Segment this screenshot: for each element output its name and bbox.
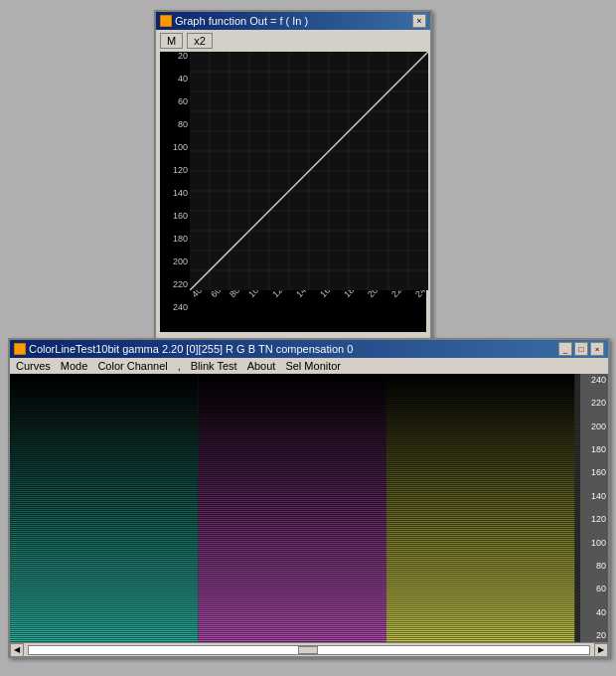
y-label: 20 <box>160 52 190 61</box>
y-label: 160 <box>160 212 190 221</box>
graph-m-button[interactable]: M <box>160 33 183 49</box>
menu-blink-test[interactable]: Blink Test <box>189 360 239 372</box>
scrollbar-thumb[interactable] <box>298 646 318 654</box>
colorline-titlebar: ColorLineTest10bit gamma 2.20 [0][255] R… <box>10 340 608 358</box>
scroll-left-button[interactable]: ◀ <box>10 643 24 657</box>
x-label: 60 <box>209 290 230 306</box>
colorline-maximize-button[interactable]: □ <box>574 342 588 356</box>
colorline-minimize-button[interactable]: _ <box>558 342 572 356</box>
x-label: 220 <box>389 290 414 306</box>
x-label: 200 <box>366 290 390 306</box>
y-label: 40 <box>160 75 190 84</box>
menu-comma: , <box>176 360 183 372</box>
x-label: 240 <box>413 290 428 306</box>
scale-label-100: 100 <box>580 539 608 548</box>
menu-curves[interactable]: Curves <box>14 360 53 372</box>
scale-label-80: 80 <box>580 562 608 571</box>
colorline-close-button[interactable]: × <box>590 342 604 356</box>
y-label: 100 <box>160 143 190 152</box>
graph-grid <box>190 52 428 290</box>
y-label: 60 <box>160 97 190 106</box>
colorline-title-icon <box>14 343 26 355</box>
colorline-window: ColorLineTest10bit gamma 2.20 [0][255] R… <box>8 338 610 658</box>
scroll-right-button[interactable]: ▶ <box>594 643 608 657</box>
scale-label-180: 180 <box>580 445 608 454</box>
y-axis-labels: 240 220 200 180 160 140 120 100 80 60 40… <box>160 52 190 312</box>
graph-x2-button[interactable]: x2 <box>187 33 213 49</box>
y-label: 180 <box>160 235 190 244</box>
x-label: 80 <box>228 290 248 306</box>
scale-label-40: 40 <box>580 608 608 617</box>
right-scale: 20 40 60 80 100 120 140 160 180 200 220 … <box>580 374 608 642</box>
y-label: 200 <box>160 257 190 266</box>
graph-toolbar: M x2 <box>156 30 430 52</box>
graph-svg <box>190 52 428 290</box>
y-label: 240 <box>160 303 190 312</box>
colorline-content: 20 40 60 80 100 120 140 160 180 200 220 … <box>10 374 608 642</box>
scale-label-220: 220 <box>580 399 608 408</box>
scrollbar-track[interactable] <box>28 645 590 655</box>
colorline-menubar: Curves Mode Color Channel , Blink Test A… <box>10 358 608 374</box>
menu-sel-monitor[interactable]: Sel Monitor <box>283 360 343 372</box>
x-label: 180 <box>342 290 367 306</box>
menu-color-channel[interactable]: Color Channel <box>95 360 169 372</box>
scale-label-160: 160 <box>580 468 608 477</box>
scale-label-20: 20 <box>580 631 608 640</box>
x-label: 140 <box>294 290 319 306</box>
scale-label-200: 200 <box>580 422 608 431</box>
x-label: 40 <box>190 290 211 306</box>
scale-label-60: 60 <box>580 585 608 593</box>
x-label: 160 <box>318 290 343 306</box>
graph-titlebar-left: Graph function Out = f ( In ) <box>160 15 308 27</box>
colorline-titlebar-left: ColorLineTest10bit gamma 2.20 [0][255] R… <box>14 343 353 355</box>
scale-label-120: 120 <box>580 515 608 524</box>
x-label: 120 <box>270 290 295 306</box>
graph-canvas-area: 240 220 200 180 160 140 120 100 80 60 40… <box>160 52 426 332</box>
graph-titlebar: Graph function Out = f ( In ) × <box>156 12 430 30</box>
y-label: 120 <box>160 166 190 175</box>
y-label: 220 <box>160 280 190 289</box>
menu-mode[interactable]: Mode <box>59 360 90 372</box>
graph-title: Graph function Out = f ( In ) <box>175 15 308 27</box>
scale-label-240: 240 <box>580 376 608 385</box>
graph-close-button[interactable]: × <box>412 14 426 28</box>
graph-title-icon <box>160 15 172 27</box>
y-label: 80 <box>160 120 190 129</box>
colorline-scrollbar: ◀ ▶ <box>10 642 608 656</box>
x-axis-labels: 40 60 80 100 120 140 160 180 200 220 240 <box>190 290 428 312</box>
graph-window: Graph function Out = f ( In ) × M x2 240… <box>154 10 432 362</box>
menu-about[interactable]: About <box>245 360 278 372</box>
scale-label-140: 140 <box>580 492 608 501</box>
colorline-title: ColorLineTest10bit gamma 2.20 [0][255] R… <box>29 343 353 355</box>
y-label: 140 <box>160 189 190 198</box>
color-strips-area <box>10 374 580 642</box>
colorline-titlebar-right: _ □ × <box>558 342 604 356</box>
x-label: 100 <box>246 290 271 306</box>
color-canvas <box>10 374 580 642</box>
